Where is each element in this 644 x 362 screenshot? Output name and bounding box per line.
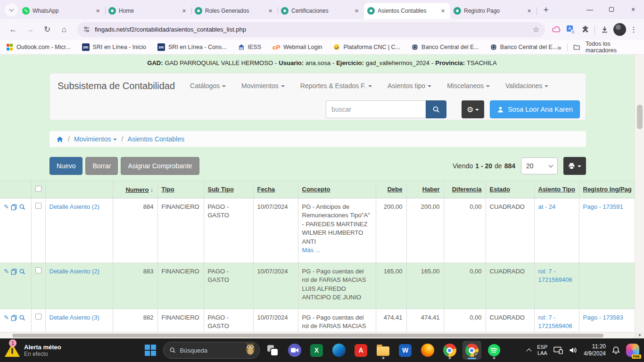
tab-close-icon[interactable]: × [525,7,533,15]
taskbar-search-input[interactable] [180,347,232,354]
detalle-link[interactable]: Detalle Asiento (3) [50,314,99,321]
cast-icon[interactable] [553,346,563,354]
row-checkbox[interactable] [35,267,41,273]
bookmark-star-icon[interactable]: ☆ [533,25,539,34]
language-indicator[interactable]: ESP LAA [537,344,547,356]
horizontal-scrollbar-thumb[interactable] [12,334,603,337]
bookmark-iess[interactable]: IESS [238,44,262,50]
task-view-button[interactable] [263,341,282,360]
header-sub-tipo[interactable]: Sub Tipo [204,181,253,198]
view-icon[interactable] [19,204,25,210]
asiento-tipo-link[interactable]: rol: 7 - 1721569406 [538,268,572,283]
reload-button[interactable]: ↻ [40,23,54,37]
translate-extension-icon[interactable]: Aa [564,23,578,37]
chrome-active-button[interactable] [462,341,481,360]
acrobat-button[interactable]: A [352,341,371,360]
home-button[interactable]: ⌂ [57,23,71,37]
tab-close-icon[interactable]: × [266,7,274,15]
settings-dropdown-button[interactable]: ⚙ [462,100,484,118]
profile-avatar[interactable] [613,23,626,36]
user-menu-button[interactable]: Sosa Loor Ana Karen [490,100,580,118]
volume-icon[interactable] [569,346,578,354]
new-tab-button[interactable]: + [539,3,553,16]
extensions-puzzle-icon[interactable] [578,23,592,37]
tab-asientos-contables[interactable]: Asientos Contables × [364,3,450,19]
header-registro[interactable]: Registro Ing/Pag [579,181,635,198]
file-explorer-button[interactable] [374,341,393,360]
search-button[interactable] [426,100,446,118]
edge-button[interactable] [330,341,348,360]
notification-bell-icon[interactable] [612,346,620,354]
header-numero[interactable]: Numero↓ [113,181,157,198]
search-input[interactable] [326,100,426,118]
minimize-button[interactable]: — [579,0,601,19]
menu-miscelaneos[interactable]: Miscelaneos [447,82,490,90]
copy-icon[interactable] [11,315,17,321]
registro-link[interactable]: Pago - 173591 [583,203,623,210]
edit-icon[interactable]: ✎ [4,313,9,322]
header-tipo[interactable]: Tipo [157,181,204,198]
address-bar[interactable]: fingads.net/sf2/contabilidad/asientos_co… [77,22,545,37]
bookmark-webmail[interactable]: cP Webmail Login [272,44,322,51]
bookmark-banco-central-1[interactable]: Banco Central del E... [412,44,479,50]
header-asiento-tipo[interactable]: Asiento Tipo [534,181,579,198]
row-checkbox[interactable] [35,313,41,320]
header-fecha[interactable]: Fecha [253,181,298,198]
copy-icon[interactable] [11,204,17,210]
start-button[interactable] [141,341,160,360]
tab-roles-generados[interactable]: Roles Generados × [191,3,278,19]
bookmark-banco-central-2[interactable]: Banco Central del E... [490,44,558,50]
asiento-tipo-link[interactable]: rol: 7 - 1721569406 [538,314,572,329]
registro-link[interactable]: Pago - 173583 [583,314,623,321]
menu-asientos-tipo[interactable]: Asientos tipo [388,82,431,90]
borrar-button[interactable]: Borrar [85,157,118,175]
tab-whatsapp[interactable]: WhatsApp × [19,3,105,19]
detalle-link[interactable]: Detalle Asiento (2) [50,268,99,275]
close-button[interactable]: × [622,0,644,19]
select-all-checkbox[interactable] [35,186,41,192]
copy-icon[interactable] [11,269,17,275]
print-dropdown-button[interactable] [563,157,586,175]
tab-registro-pago[interactable]: Registro Pago × [450,3,537,19]
all-bookmarks-button[interactable]: Todos los marcadores [586,41,637,54]
menu-catalogos[interactable]: Catálogos [190,82,226,90]
row-checkbox[interactable] [35,203,41,209]
view-icon[interactable] [19,314,25,321]
header-debe[interactable]: Debe [376,181,406,198]
tab-close-icon[interactable]: × [439,7,447,15]
menu-movimientos[interactable]: Movimientos [241,82,285,90]
scroll-down-arrow[interactable]: ▼ [635,332,644,338]
clock[interactable]: 11:20 4/9/2024 [584,343,606,357]
weather-widget[interactable]: 1 Alerta méteo En efecto [5,344,61,357]
bookmark-sri-inicio[interactable]: SRI SRI en Línea - Inicio [82,43,146,51]
tab-certificaciones[interactable]: Certificaciones × [278,3,364,19]
bookmark-outlook[interactable]: Outlook.com - Micr... [7,44,71,50]
home-icon[interactable] [56,136,64,143]
asiento-tipo-link[interactable]: at - 24 [538,203,556,210]
bookmark-cnc[interactable]: Plataforma CNC | C... [333,44,400,50]
mas-link[interactable]: Más ... [302,247,321,254]
maximize-button[interactable] [601,0,622,19]
taskbar-search[interactable] [163,342,260,359]
vertical-scrollbar[interactable]: ▼ [635,55,644,338]
edit-icon[interactable]: ✎ [4,203,9,211]
header-estado[interactable]: Estado [486,181,534,198]
tray-overflow-chevron-icon[interactable] [527,348,532,354]
bookmark-sri-consultas[interactable]: SRI SRI en Línea - Cons... [157,43,227,51]
header-concepto[interactable]: Concepto [298,181,376,198]
firefox-button[interactable] [418,341,437,360]
header-diferencia[interactable]: Diferencia [444,181,486,198]
weather-extension-icon[interactable] [550,23,564,37]
breadcrumb-movimientos[interactable]: Movimientos [74,135,117,143]
header-haber[interactable]: Haber [406,181,444,198]
spotify-button[interactable] [485,341,504,360]
excel-button[interactable]: X [307,341,326,360]
nuevo-button[interactable]: Nuevo [50,157,83,175]
menu-reportes[interactable]: Reportes & Estados F. [300,82,372,90]
page-size-select[interactable]: 20 [521,157,558,174]
tab-close-icon[interactable]: × [353,7,361,15]
browser-menu-icon[interactable]: ⋮ [628,25,639,34]
asignar-comprobante-button[interactable]: Asignar Comprobante [121,157,199,175]
view-icon[interactable] [19,268,25,275]
menu-validaciones[interactable]: Validaciones [505,82,548,90]
